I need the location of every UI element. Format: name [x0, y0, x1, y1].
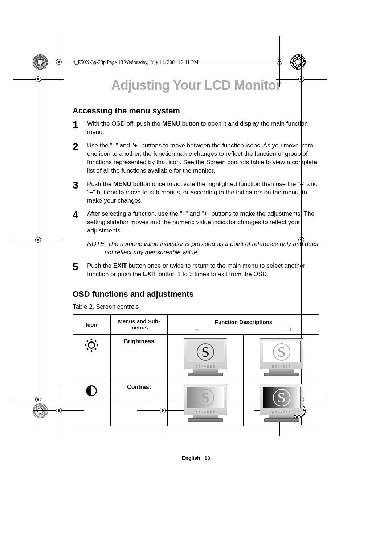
crop-guide	[38, 73, 38, 229]
th-minus: –	[195, 326, 198, 332]
footer-lang: English	[182, 455, 200, 461]
registration-medallion	[33, 54, 48, 70]
table-caption: Table 2. Screen controls	[73, 303, 319, 311]
step-text: With the OSD off, push the MENU button t…	[87, 120, 319, 137]
step-text: Use the "–" and "+" buttons to move betw…	[87, 142, 319, 175]
step-3: 3 Push the MENU button once to activate …	[73, 180, 319, 205]
step-text: Push the EXIT button once or twice to re…	[87, 262, 319, 279]
cell-effect-plus: S▯ ▯ ◦ ○ ▯ ▯ ▯	[244, 380, 319, 426]
registration-medallion	[290, 54, 306, 70]
crop-guide	[59, 394, 59, 405]
step-number: 3	[73, 180, 87, 190]
cell-icon	[73, 335, 111, 380]
screen-controls-table: Icon Menus and Sub-menus Function Descri…	[73, 314, 319, 426]
step-number: 5	[73, 262, 87, 272]
step-note: NOTE: The numeric value indicator is pro…	[87, 240, 319, 257]
section-heading-accessing: Accessing the menu system	[73, 106, 319, 116]
table-row: Contrast S▯ ▯ ◦ ○ ▯ ▯ ▯ S▯ ▯ ◦ ○ ▯ ▯ ▯	[73, 380, 319, 426]
monitor-illustration: S▯ ▯ ◦ ○ ▯ ▯ ▯	[260, 338, 303, 376]
footer-page-number: 13	[204, 455, 210, 461]
step-text: After selecting a function, use the "–" …	[87, 210, 319, 235]
step-list: 1 With the OSD off, push the MENU button…	[73, 120, 319, 279]
registration-crosshair	[27, 229, 49, 251]
meta-underline	[73, 66, 261, 66]
crop-guide	[163, 394, 163, 405]
monitor-illustration: S▯ ▯ ◦ ○ ▯ ▯ ▯	[184, 384, 227, 422]
step-5: 5 Push the EXIT button once or twice to …	[73, 262, 319, 279]
cell-menu-name: Contrast	[111, 380, 168, 426]
monitor-illustration: S▯ ▯ ◦ ○ ▯ ▯ ▯	[260, 384, 303, 422]
cell-effect-plus: S▯ ▯ ◦ ○ ▯ ▯ ▯	[244, 335, 319, 380]
brightness-icon	[85, 338, 98, 352]
registration-crosshair	[27, 389, 49, 410]
th-function-descriptions: Function Descriptions – +	[168, 315, 319, 335]
print-job-metadata: 4_E50X-3p-28p Page 13 Wednesday, July 11…	[73, 60, 261, 66]
step-text: Push the MENU button once to activate th…	[87, 180, 319, 205]
contrast-icon	[86, 385, 97, 396]
chapter-title: Adjusting Your LCD Monitor	[73, 78, 319, 93]
cell-effect-minus: S▯ ▯ ◦ ○ ▯ ▯ ▯	[168, 380, 244, 426]
step-4: 4 After selecting a function, use the "–…	[73, 210, 319, 235]
document-page: 4_E50X-3p-28p Page 13 Wednesday, July 11…	[0, 0, 392, 555]
step-2: 2 Use the "–" and "+" buttons to move be…	[73, 142, 319, 175]
step-number: 4	[73, 210, 87, 220]
crop-guide	[59, 400, 152, 400]
crop-guide	[59, 57, 59, 67]
step-number: 1	[73, 120, 87, 130]
step-number: 2	[73, 142, 87, 152]
crop-guide	[38, 251, 38, 389]
cell-menu-name: Brightness	[111, 335, 168, 380]
section-heading-osd-functions: OSD functions and adjustments	[73, 289, 319, 299]
print-meta-text: 4_E50X-3p-28p Page 13 Wednesday, July 11…	[73, 60, 199, 65]
registration-crosshair	[269, 51, 290, 73]
step-1: 1 With the OSD off, push the MENU button…	[73, 120, 319, 137]
cell-effect-minus: S▯ ▯ ◦ ○ ▯ ▯ ▯	[168, 335, 244, 380]
table-row: Brightness S▯ ▯ ◦ ○ ▯ ▯ ▯ S▯ ▯ ◦ ○ ▯ ▯ ▯	[73, 335, 319, 380]
page-footer: English 13	[73, 455, 319, 461]
th-menus: Menus and Sub-menus	[111, 315, 168, 335]
crop-guide	[301, 73, 302, 229]
cell-icon	[73, 380, 111, 426]
th-icon: Icon	[73, 315, 111, 335]
th-plus: +	[289, 326, 292, 332]
monitor-illustration: S▯ ▯ ◦ ○ ▯ ▯ ▯	[184, 338, 227, 376]
registration-medallion	[33, 403, 48, 418]
